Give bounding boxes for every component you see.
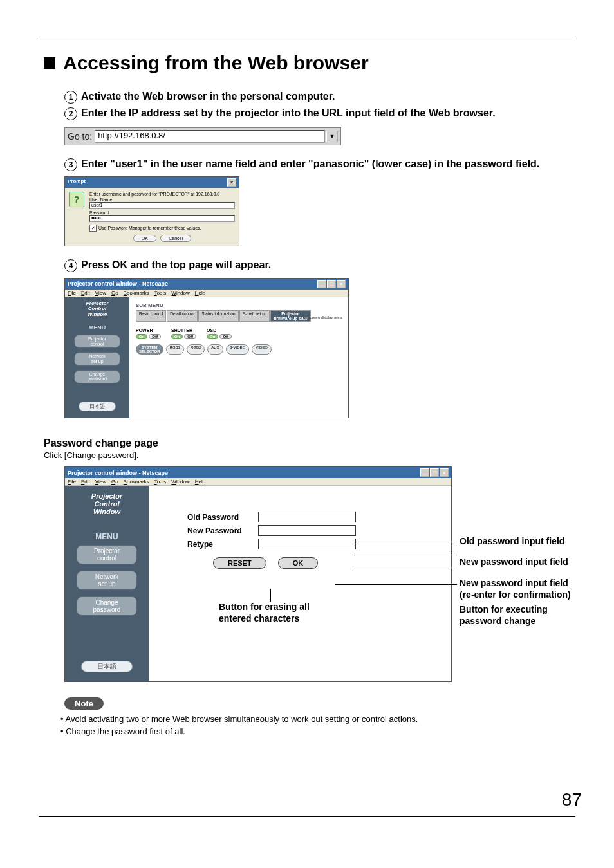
sidebar-item-projector-control[interactable]: Projector control <box>74 335 120 348</box>
sidebar-item-change-password[interactable]: Change password <box>77 596 137 616</box>
page-heading-row: Accessing from the Web browser <box>44 52 575 74</box>
step-1-text: Activate the Web browser in the personal… <box>81 89 335 104</box>
side-menu-label: MENU <box>65 532 149 541</box>
maximize-icon[interactable]: □ <box>430 468 439 477</box>
close-icon[interactable]: × <box>227 178 236 187</box>
password-input[interactable]: •••••• <box>89 215 235 222</box>
password-label: Password <box>89 210 235 215</box>
page-number: 87 <box>562 790 582 810</box>
osd-label: OSD <box>207 328 216 333</box>
menu-tools[interactable]: Tools <box>154 290 167 296</box>
new-password-input[interactable] <box>258 525 356 536</box>
menu-view[interactable]: View <box>95 479 106 485</box>
callout-execute-button: Button for executing password change <box>460 604 548 627</box>
menu-view[interactable]: View <box>95 290 106 296</box>
window-title: Projector control window - Netscape <box>68 470 168 476</box>
sidebar-item-change-password[interactable]: Change password <box>74 370 120 383</box>
page-heading: Accessing from the Web browser <box>63 52 369 74</box>
step-2-text: Enter the IP address set by the projecto… <box>81 106 496 120</box>
menu-file[interactable]: File <box>68 479 76 485</box>
tab-email-setup[interactable]: E-mail set up <box>239 310 270 322</box>
close-icon[interactable]: × <box>337 280 346 288</box>
menu-window[interactable]: Window <box>171 290 189 296</box>
sidebar-item-network-setup[interactable]: Network set up <box>74 352 120 365</box>
close-icon[interactable]: × <box>440 468 449 477</box>
step-4-text: Press OK and the top page will appear. <box>81 258 271 272</box>
ok-button[interactable]: OK <box>133 235 156 242</box>
projector-control-window-password: Projector control window - Netscape _ □ … <box>64 466 452 682</box>
url-input[interactable]: http://192.168.0.8/ <box>95 130 325 143</box>
step-number-2: 2 <box>64 107 77 120</box>
go-to-label: Go to: <box>68 131 92 142</box>
note-label: Note <box>64 697 104 710</box>
step-number-3: 3 <box>64 158 77 171</box>
osd-off-button[interactable]: Off <box>219 334 232 339</box>
tab-basic-control[interactable]: Basic control <box>136 310 166 322</box>
tab-detail-control[interactable]: Detail control <box>167 310 198 322</box>
menu-bookmarks[interactable]: Bookmarks <box>124 479 149 485</box>
menu-help[interactable]: Help <box>195 479 205 485</box>
source-rgb1-button[interactable]: RGB1 <box>166 344 184 355</box>
note-item: Change the password first of all. <box>60 726 575 737</box>
projector-control-window-top: Projector control window - Netscape _ □ … <box>64 278 349 419</box>
menu-edit[interactable]: Edit <box>81 479 90 485</box>
tab-status-information[interactable]: Status information <box>198 310 238 322</box>
password-change-heading: Password change page <box>44 438 575 449</box>
power-on-button[interactable]: On <box>136 334 147 339</box>
onscreen-display-area-label: on screen display area <box>303 315 342 319</box>
prompt-title: Prompt <box>68 178 86 187</box>
language-button[interactable]: 日本語 <box>79 402 116 411</box>
reset-button[interactable]: RESET <box>213 557 266 569</box>
menu-help[interactable]: Help <box>195 290 205 296</box>
old-password-input[interactable] <box>258 512 356 522</box>
url-bar: Go to: http://192.168.0.8/ ▼ <box>64 127 341 145</box>
menu-go[interactable]: Go <box>111 479 118 485</box>
question-icon: ? <box>69 192 84 207</box>
username-input[interactable]: user1 <box>89 202 235 209</box>
menu-bookmarks[interactable]: Bookmarks <box>124 290 149 296</box>
note-item: Avoid activating two or more Web browser… <box>60 714 575 725</box>
step-number-4: 4 <box>64 259 77 272</box>
sidebar-item-network-setup[interactable]: Network set up <box>77 571 137 590</box>
shutter-on-button[interactable]: On <box>171 334 183 339</box>
sidebar-item-projector-control[interactable]: Projector control <box>77 545 137 564</box>
source-rgb2-button[interactable]: RGB2 <box>187 344 205 355</box>
new-password-label: New Password <box>187 526 258 535</box>
pcw-logo: Projector Control Window <box>65 492 149 515</box>
power-label: POWER <box>136 328 153 333</box>
menu-window[interactable]: Window <box>171 479 189 485</box>
auth-prompt-dialog: Prompt × ? Enter username and password f… <box>64 176 239 246</box>
username-label: User Name <box>89 198 235 202</box>
step-number-1: 1 <box>64 91 77 104</box>
shutter-label: SHUTTER <box>171 328 192 333</box>
osd-on-button[interactable]: On <box>207 334 218 339</box>
source-video-button[interactable]: VIDEO <box>252 344 272 355</box>
language-button[interactable]: 日本語 <box>81 661 133 672</box>
menu-go[interactable]: Go <box>111 290 118 296</box>
shutter-off-button[interactable]: Off <box>184 334 196 339</box>
menu-edit[interactable]: Edit <box>81 290 90 296</box>
remember-checkbox[interactable]: ✓ <box>89 225 97 232</box>
url-dropdown-icon[interactable]: ▼ <box>326 131 338 142</box>
system-selector-button[interactable]: SYSTEM SELECTOR <box>136 344 163 355</box>
menubar: File Edit View Go Bookmarks Tools Window… <box>65 290 348 297</box>
maximize-icon[interactable]: □ <box>327 280 336 288</box>
ok-button[interactable]: OK <box>278 557 319 569</box>
remember-label: Use Password Manager to remember these v… <box>98 226 201 230</box>
cancel-button[interactable]: Cancel <box>160 235 191 242</box>
minimize-icon[interactable]: _ <box>317 280 326 288</box>
menu-tools[interactable]: Tools <box>154 479 167 485</box>
password-change-instruction: Click [Change password]. <box>44 450 575 460</box>
retype-password-input[interactable] <box>258 539 356 549</box>
window-title: Projector control window - Netscape <box>68 281 168 287</box>
callout-old-password: Old password input field <box>460 536 564 548</box>
source-aux-button[interactable]: AUX <box>207 344 223 355</box>
menu-file[interactable]: File <box>68 290 76 296</box>
side-menu-label: MENU <box>65 324 129 331</box>
power-off-button[interactable]: Off <box>149 334 161 339</box>
minimize-icon[interactable]: _ <box>420 468 429 477</box>
source-svideo-button[interactable]: S-VIDEO <box>226 344 250 355</box>
callout-new-password: New password input field <box>460 557 568 568</box>
callout-confirm-password: New password input field (re-enter for c… <box>460 578 571 600</box>
note-list: Avoid activating two or more Web browser… <box>60 714 575 737</box>
